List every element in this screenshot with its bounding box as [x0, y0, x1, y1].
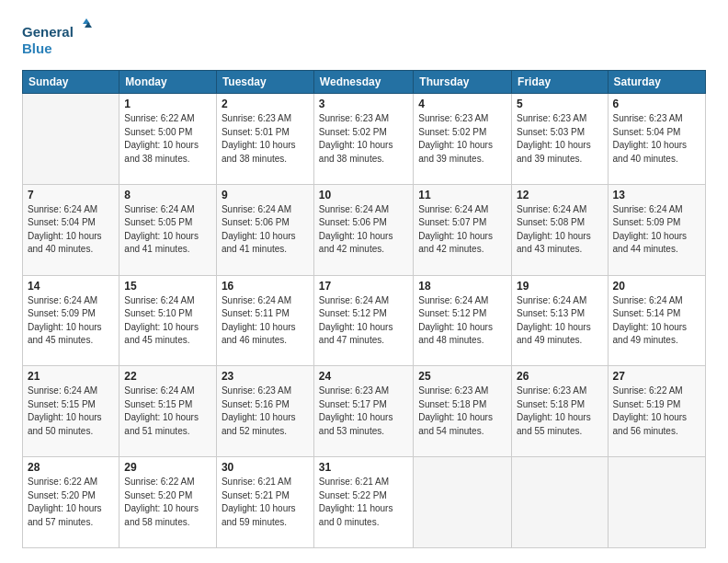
day-number: 28	[28, 461, 114, 474]
calendar-cell: 12Sunrise: 6:24 AMSunset: 5:08 PMDayligh…	[512, 184, 608, 275]
day-number: 22	[124, 370, 211, 383]
calendar-cell: 11Sunrise: 6:24 AMSunset: 5:07 PMDayligh…	[414, 184, 512, 275]
calendar-cell	[414, 457, 512, 548]
day-number: 13	[613, 189, 700, 201]
calendar-cell: 4Sunrise: 6:23 AMSunset: 5:02 PMDaylight…	[414, 94, 512, 185]
weekday-header-row: SundayMondayTuesdayWednesdayThursdayFrid…	[23, 71, 706, 94]
day-info: Sunrise: 6:23 AMSunset: 5:02 PMDaylight:…	[418, 112, 506, 166]
day-number: 3	[319, 98, 408, 110]
weekday-header-saturday: Saturday	[608, 71, 705, 94]
day-info: Sunrise: 6:24 AMSunset: 5:15 PMDaylight:…	[28, 385, 114, 438]
day-number: 10	[319, 189, 408, 201]
calendar-cell: 7Sunrise: 6:24 AMSunset: 5:04 PMDaylight…	[23, 184, 119, 275]
calendar-cell: 28Sunrise: 6:22 AMSunset: 5:20 PMDayligh…	[23, 457, 119, 548]
day-number: 4	[418, 98, 506, 110]
day-number: 7	[28, 189, 114, 201]
calendar-cell: 23Sunrise: 6:23 AMSunset: 5:16 PMDayligh…	[216, 366, 313, 457]
calendar-cell: 10Sunrise: 6:24 AMSunset: 5:06 PMDayligh…	[313, 184, 413, 275]
calendar-cell: 13Sunrise: 6:24 AMSunset: 5:09 PMDayligh…	[608, 184, 705, 275]
day-info: Sunrise: 6:24 AMSunset: 5:11 PMDaylight:…	[222, 294, 309, 348]
week-row-5: 28Sunrise: 6:22 AMSunset: 5:20 PMDayligh…	[23, 457, 706, 548]
calendar-cell: 8Sunrise: 6:24 AMSunset: 5:05 PMDaylight…	[119, 184, 217, 275]
day-number: 15	[124, 280, 211, 293]
day-info: Sunrise: 6:24 AMSunset: 5:13 PMDaylight:…	[517, 294, 602, 348]
day-info: Sunrise: 6:24 AMSunset: 5:05 PMDaylight:…	[124, 203, 211, 257]
day-number: 18	[418, 280, 506, 293]
weekday-header-tuesday: Tuesday	[216, 71, 313, 94]
calendar-cell: 2Sunrise: 6:23 AMSunset: 5:01 PMDaylight…	[216, 94, 313, 185]
day-number: 12	[517, 189, 602, 201]
svg-text:General: General	[22, 24, 74, 40]
calendar-cell: 19Sunrise: 6:24 AMSunset: 5:13 PMDayligh…	[512, 275, 608, 366]
day-info: Sunrise: 6:24 AMSunset: 5:14 PMDaylight:…	[613, 294, 700, 348]
calendar-cell: 26Sunrise: 6:23 AMSunset: 5:18 PMDayligh…	[512, 366, 608, 457]
day-info: Sunrise: 6:22 AMSunset: 5:20 PMDaylight:…	[28, 476, 114, 529]
day-info: Sunrise: 6:23 AMSunset: 5:18 PMDaylight:…	[418, 385, 506, 438]
day-info: Sunrise: 6:22 AMSunset: 5:00 PMDaylight:…	[124, 112, 211, 166]
day-number: 8	[124, 189, 211, 201]
weekday-header-wednesday: Wednesday	[313, 71, 413, 94]
calendar-cell: 9Sunrise: 6:24 AMSunset: 5:06 PMDaylight…	[216, 184, 313, 275]
calendar-cell: 1Sunrise: 6:22 AMSunset: 5:00 PMDaylight…	[119, 94, 217, 185]
day-number: 19	[517, 280, 602, 293]
day-info: Sunrise: 6:24 AMSunset: 5:12 PMDaylight:…	[418, 294, 506, 348]
calendar-cell: 14Sunrise: 6:24 AMSunset: 5:09 PMDayligh…	[23, 275, 119, 366]
calendar-cell: 17Sunrise: 6:24 AMSunset: 5:12 PMDayligh…	[313, 275, 413, 366]
day-number: 21	[28, 370, 114, 383]
day-number: 20	[613, 280, 700, 293]
day-info: Sunrise: 6:23 AMSunset: 5:16 PMDaylight:…	[222, 385, 309, 438]
day-number: 14	[28, 280, 114, 293]
calendar-cell: 5Sunrise: 6:23 AMSunset: 5:03 PMDaylight…	[512, 94, 608, 185]
day-number: 9	[222, 189, 309, 201]
calendar-cell: 24Sunrise: 6:23 AMSunset: 5:17 PMDayligh…	[313, 366, 413, 457]
calendar-cell: 3Sunrise: 6:23 AMSunset: 5:02 PMDaylight…	[313, 94, 413, 185]
day-info: Sunrise: 6:22 AMSunset: 5:19 PMDaylight:…	[613, 385, 700, 438]
day-number: 11	[418, 189, 506, 201]
day-info: Sunrise: 6:23 AMSunset: 5:04 PMDaylight:…	[613, 112, 700, 166]
calendar-cell: 31Sunrise: 6:21 AMSunset: 5:22 PMDayligh…	[313, 457, 413, 548]
calendar-cell	[608, 457, 705, 548]
calendar-body: 1Sunrise: 6:22 AMSunset: 5:00 PMDaylight…	[23, 94, 706, 548]
calendar-cell: 20Sunrise: 6:24 AMSunset: 5:14 PMDayligh…	[608, 275, 705, 366]
week-row-4: 21Sunrise: 6:24 AMSunset: 5:15 PMDayligh…	[23, 366, 706, 457]
day-info: Sunrise: 6:24 AMSunset: 5:06 PMDaylight:…	[319, 203, 408, 257]
calendar-table: SundayMondayTuesdayWednesdayThursdayFrid…	[22, 70, 706, 548]
day-number: 5	[517, 98, 602, 110]
svg-marker-2	[83, 18, 90, 24]
day-info: Sunrise: 6:23 AMSunset: 5:01 PMDaylight:…	[222, 112, 309, 166]
day-info: Sunrise: 6:21 AMSunset: 5:22 PMDaylight:…	[319, 476, 408, 529]
logo: General Blue	[22, 18, 96, 59]
calendar-cell: 18Sunrise: 6:24 AMSunset: 5:12 PMDayligh…	[414, 275, 512, 366]
day-number: 25	[418, 370, 506, 383]
calendar-cell	[512, 457, 608, 548]
day-number: 1	[124, 98, 211, 110]
calendar-cell	[23, 94, 119, 185]
svg-text:Blue: Blue	[22, 40, 52, 56]
calendar-cell: 21Sunrise: 6:24 AMSunset: 5:15 PMDayligh…	[23, 366, 119, 457]
day-info: Sunrise: 6:23 AMSunset: 5:02 PMDaylight:…	[319, 112, 408, 166]
day-info: Sunrise: 6:24 AMSunset: 5:15 PMDaylight:…	[124, 385, 211, 438]
day-info: Sunrise: 6:24 AMSunset: 5:04 PMDaylight:…	[28, 203, 114, 257]
calendar-cell: 29Sunrise: 6:22 AMSunset: 5:20 PMDayligh…	[119, 457, 217, 548]
calendar-page: General Blue SundayMondayTuesdayWednesda…	[0, 0, 728, 563]
day-info: Sunrise: 6:22 AMSunset: 5:20 PMDaylight:…	[124, 476, 211, 529]
day-number: 26	[517, 370, 602, 383]
day-info: Sunrise: 6:24 AMSunset: 5:10 PMDaylight:…	[124, 294, 211, 348]
day-info: Sunrise: 6:23 AMSunset: 5:18 PMDaylight:…	[517, 385, 602, 438]
day-number: 17	[319, 280, 408, 293]
calendar-cell: 16Sunrise: 6:24 AMSunset: 5:11 PMDayligh…	[216, 275, 313, 366]
day-info: Sunrise: 6:24 AMSunset: 5:12 PMDaylight:…	[319, 294, 408, 348]
day-number: 27	[613, 370, 700, 383]
calendar-cell: 22Sunrise: 6:24 AMSunset: 5:15 PMDayligh…	[119, 366, 217, 457]
day-info: Sunrise: 6:24 AMSunset: 5:06 PMDaylight:…	[222, 203, 309, 257]
calendar-cell: 25Sunrise: 6:23 AMSunset: 5:18 PMDayligh…	[414, 366, 512, 457]
day-number: 24	[319, 370, 408, 383]
weekday-header-friday: Friday	[512, 71, 608, 94]
calendar-cell: 6Sunrise: 6:23 AMSunset: 5:04 PMDaylight…	[608, 94, 705, 185]
day-info: Sunrise: 6:24 AMSunset: 5:08 PMDaylight:…	[517, 203, 602, 257]
calendar-cell: 30Sunrise: 6:21 AMSunset: 5:21 PMDayligh…	[216, 457, 313, 548]
day-number: 6	[613, 98, 700, 110]
calendar-cell: 27Sunrise: 6:22 AMSunset: 5:19 PMDayligh…	[608, 366, 705, 457]
week-row-2: 7Sunrise: 6:24 AMSunset: 5:04 PMDaylight…	[23, 184, 706, 275]
calendar-cell: 15Sunrise: 6:24 AMSunset: 5:10 PMDayligh…	[119, 275, 217, 366]
